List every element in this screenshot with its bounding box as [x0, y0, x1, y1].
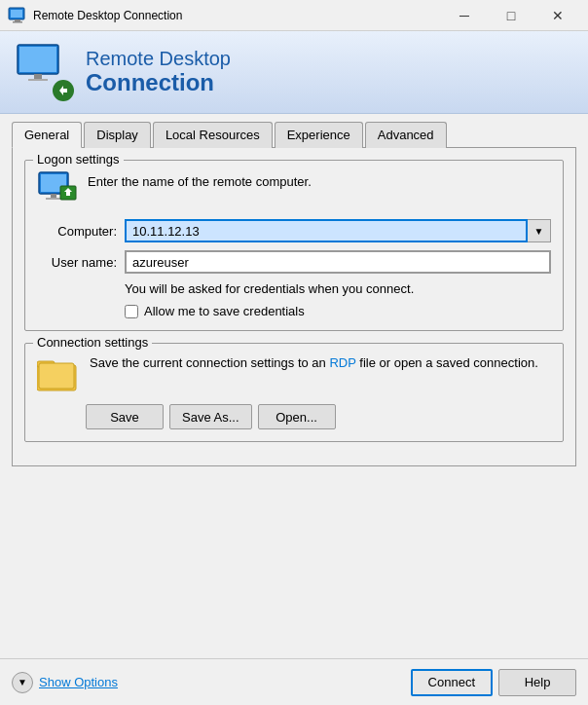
- logon-settings-title: Logon settings: [33, 152, 124, 167]
- svg-rect-5: [19, 47, 56, 72]
- arrow-badge: [53, 80, 74, 101]
- connect-button[interactable]: Connect: [411, 669, 493, 696]
- help-button[interactable]: Help: [498, 669, 576, 696]
- logon-settings-group: Logon settings Enter the name of the rem…: [24, 160, 564, 331]
- svg-rect-6: [34, 74, 42, 79]
- username-input[interactable]: [125, 250, 551, 274]
- header-title: Remote Desktop Connection: [86, 48, 231, 95]
- main-content: General Display Local Resources Experien…: [0, 114, 588, 474]
- svg-rect-12: [46, 198, 61, 200]
- open-button[interactable]: Open...: [258, 404, 336, 429]
- svg-marker-8: [59, 86, 67, 95]
- save-credentials-row: Allow me to save credentials: [125, 304, 551, 318]
- connection-settings-group: Connection settings Save the current con…: [24, 343, 564, 442]
- computer-input[interactable]: [125, 219, 528, 242]
- rdp-link[interactable]: RDP: [329, 355, 355, 370]
- logon-description-area: Enter the name of the remote computer.: [37, 170, 551, 207]
- window-title: Remote Desktop Connection: [33, 9, 442, 22]
- show-options-chevron[interactable]: ▼: [12, 672, 33, 693]
- connection-settings-title: Connection settings: [33, 335, 152, 350]
- header-title-line1: Remote Desktop: [86, 48, 231, 70]
- tab-local-resources[interactable]: Local Resources: [153, 122, 273, 148]
- tab-general[interactable]: General: [12, 122, 82, 148]
- svg-rect-11: [51, 194, 56, 198]
- username-input-wrap: [125, 250, 551, 274]
- username-row: User name:: [37, 250, 551, 274]
- connection-desc-text: Save the current connection settings to …: [90, 353, 538, 373]
- maximize-button[interactable]: □: [489, 3, 533, 28]
- bottom-buttons: Connect Help: [411, 669, 576, 696]
- svg-rect-7: [28, 79, 48, 81]
- tab-bar: General Display Local Resources Experien…: [12, 122, 576, 148]
- svg-rect-2: [15, 19, 20, 21]
- save-as-button[interactable]: Save As...: [169, 404, 252, 429]
- window-controls: ─ □ ✕: [442, 3, 580, 28]
- connection-desc-part1: Save the current connection settings to …: [90, 355, 329, 370]
- logon-description-text: Enter the name of the remote computer.: [88, 174, 312, 189]
- tab-panel-general: Logon settings Enter the name of the rem…: [12, 147, 576, 466]
- connection-buttons: Save Save As... Open...: [86, 404, 551, 429]
- save-credentials-checkbox[interactable]: [125, 305, 138, 318]
- computer-input-wrap: ▼: [125, 219, 551, 242]
- credentials-note: You will be asked for credentials when y…: [125, 281, 551, 296]
- username-label: User name:: [37, 255, 125, 270]
- connection-content-area: Save the current connection settings to …: [37, 353, 551, 392]
- svg-rect-1: [11, 10, 22, 18]
- title-bar: Remote Desktop Connection ─ □ ✕: [0, 0, 588, 31]
- close-button[interactable]: ✕: [535, 3, 580, 28]
- header-banner: Remote Desktop Connection: [0, 31, 588, 114]
- show-options-label[interactable]: Show Options: [39, 675, 118, 689]
- svg-rect-3: [13, 21, 22, 23]
- app-icon: [8, 6, 27, 25]
- save-credentials-label[interactable]: Allow me to save credentials: [144, 304, 305, 318]
- computer-label: Computer:: [37, 224, 125, 239]
- tab-display[interactable]: Display: [84, 122, 151, 148]
- bottom-bar: ▼ Show Options Connect Help: [0, 658, 588, 705]
- tab-advanced[interactable]: Advanced: [365, 122, 447, 148]
- tab-experience[interactable]: Experience: [275, 122, 363, 148]
- computer-row: Computer: ▼: [37, 219, 551, 242]
- header-icon-area: [16, 43, 74, 101]
- save-button[interactable]: Save: [86, 404, 164, 429]
- header-title-line2: Connection: [86, 70, 231, 95]
- minimize-button[interactable]: ─: [442, 3, 487, 28]
- connection-desc-part2: file or open a saved connection.: [356, 355, 538, 370]
- computer-icon: [37, 170, 78, 207]
- svg-rect-17: [39, 363, 74, 389]
- show-options-area[interactable]: ▼ Show Options: [12, 672, 411, 693]
- folder-icon: [37, 353, 80, 392]
- computer-dropdown-arrow[interactable]: ▼: [528, 219, 551, 242]
